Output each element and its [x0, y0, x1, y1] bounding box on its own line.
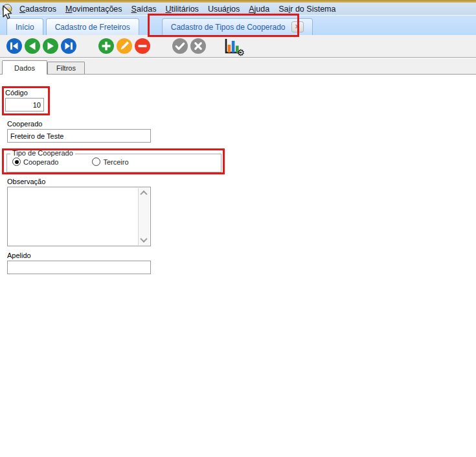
app-logo-icon — [2, 4, 12, 14]
application-window: { "colors": { "highlight_red": "#DE1B1B"… — [0, 0, 476, 457]
menu-usuarios[interactable]: Usuários — [203, 5, 244, 14]
apelido-input[interactable] — [7, 261, 151, 274]
menu-sair-do-sistema[interactable]: Sair do Sistema — [274, 5, 340, 14]
apelido-label: Apelido — [7, 252, 31, 259]
tab-inicio[interactable]: Início — [6, 18, 43, 35]
add-record-icon — [98, 38, 115, 54]
vertical-scrollbar[interactable] — [138, 188, 150, 245]
scroll-down-icon[interactable] — [139, 235, 149, 245]
cancel-button[interactable] — [190, 38, 207, 54]
cooperado-label: Cooperado — [7, 120, 42, 128]
tipo-de-cooperado-legend: Tipo de Cooperado — [10, 149, 75, 157]
confirm-icon — [172, 38, 188, 54]
tab-cadastro-de-freteiros[interactable]: Cadastro de Freteiros — [46, 18, 139, 35]
first-record-icon — [6, 38, 23, 54]
edit-record-button[interactable] — [116, 38, 133, 54]
gear-icon: ⚙ — [236, 47, 245, 58]
first-record-button[interactable] — [6, 38, 23, 54]
chart-settings-button[interactable]: ⚙ — [222, 37, 243, 55]
delete-record-button[interactable] — [134, 38, 151, 54]
page-tab-bar: Dados Filtros — [0, 58, 476, 75]
codigo-label: Código — [5, 89, 28, 97]
radio-terceiro[interactable] — [92, 158, 100, 166]
radio-terceiro-label[interactable]: Terceiro — [103, 158, 128, 166]
menu-movimentacoes[interactable]: Movimentações — [61, 5, 127, 14]
tipo-de-cooperado-groupbox: Tipo de Cooperado Cooperado Terceiro — [6, 154, 221, 172]
tab-cadastro-de-tipos-de-cooperado[interactable]: Cadastro de Tipos de Cooperado × — [162, 18, 313, 35]
dados-page: Código Cooperado Tipo de Cooperado Coope… — [0, 75, 476, 457]
edit-record-icon — [116, 38, 133, 54]
next-record-icon — [42, 38, 59, 54]
observacao-label: Observação — [7, 178, 45, 185]
tab-close-icon[interactable]: × — [291, 21, 304, 32]
radio-cooperado[interactable] — [12, 158, 21, 166]
last-record-button[interactable] — [60, 38, 77, 54]
menu-saidas[interactable]: Saídas — [127, 5, 161, 14]
last-record-icon — [60, 38, 77, 54]
scroll-up-icon[interactable] — [139, 188, 149, 198]
menu-ajuda[interactable]: Ajuda — [244, 5, 274, 14]
menu-bar: Cadastros Movimentações Saídas Utilitári… — [0, 3, 476, 16]
radio-cooperado-label[interactable]: Cooperado — [23, 158, 58, 166]
observacao-textarea[interactable] — [7, 187, 151, 246]
add-record-button[interactable] — [98, 38, 115, 54]
previous-record-button[interactable] — [24, 38, 41, 54]
tipo-radio-row: Cooperado Terceiro — [12, 158, 129, 166]
cooperado-input[interactable] — [7, 129, 151, 143]
tab-filtros[interactable]: Filtros — [47, 62, 85, 74]
confirm-button[interactable] — [172, 38, 188, 54]
menu-utilitarios[interactable]: Utilitários — [161, 5, 203, 14]
record-toolbar: ⚙ — [0, 35, 476, 58]
next-record-button[interactable] — [42, 38, 59, 54]
codigo-input[interactable] — [5, 98, 44, 111]
delete-record-icon — [134, 38, 151, 54]
previous-record-icon — [24, 38, 41, 54]
cancel-icon — [190, 38, 207, 54]
main-tab-bar: Início Cadastro de Freteiros Cadastro de… — [0, 16, 476, 35]
menu-cadastros[interactable]: Cadastros — [15, 5, 61, 14]
tab-dados[interactable]: Dados — [2, 60, 47, 75]
